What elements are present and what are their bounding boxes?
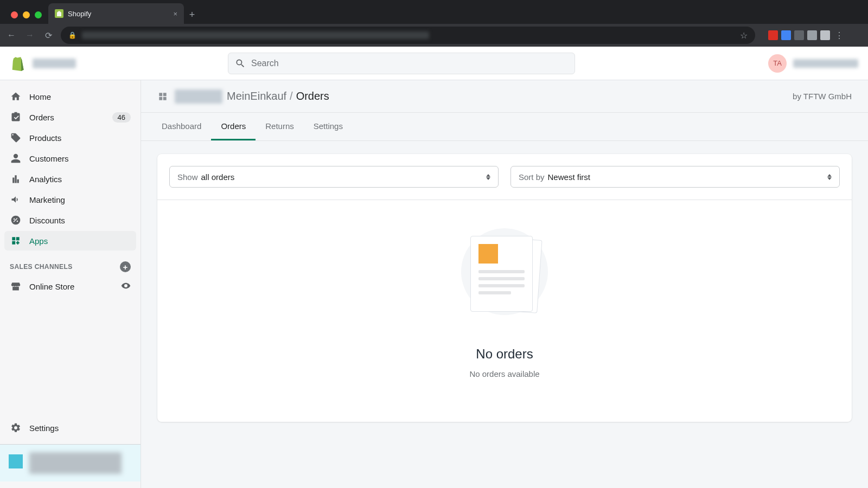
show-filter-select[interactable]: Show all orders xyxy=(169,166,499,188)
sidebar-item-label: Home xyxy=(29,92,51,101)
minimize-window-icon[interactable] xyxy=(23,11,30,18)
sidebar-item-apps[interactable]: Apps xyxy=(4,231,136,251)
products-icon xyxy=(10,132,22,144)
search-input[interactable]: Search xyxy=(228,53,575,74)
extension-icon[interactable] xyxy=(807,30,817,40)
app-byline: by TFTW GmbH xyxy=(793,92,852,101)
app-grid-icon[interactable] xyxy=(157,91,168,102)
extension-icon[interactable] xyxy=(781,30,791,40)
analytics-icon xyxy=(10,173,22,185)
extension-icons: ⋮ xyxy=(768,30,845,41)
tab-returns[interactable]: Returns xyxy=(256,113,304,140)
empty-state: No orders No orders available xyxy=(157,200,852,422)
gear-icon xyxy=(10,422,22,434)
store-icon xyxy=(10,280,22,292)
sidebar-item-label: Discounts xyxy=(29,216,65,225)
lock-icon: 🔒 xyxy=(68,31,76,39)
marketing-icon xyxy=(10,194,22,206)
view-store-icon[interactable] xyxy=(121,281,131,292)
sidebar-item-label: Orders xyxy=(29,113,54,122)
sidebar-item-home[interactable]: Home xyxy=(4,87,136,106)
browser-chrome: Shopify × + ← → ⟳ 🔒 ☆ ⋮ xyxy=(0,0,868,47)
url-text-redacted xyxy=(82,31,429,39)
discounts-icon xyxy=(10,214,22,226)
menu-icon[interactable]: ⋮ xyxy=(833,30,845,41)
main-content: MeinEinkauf / Orders by TFTW GmbH Dashbo… xyxy=(141,80,868,488)
extension-icon[interactable] xyxy=(794,30,804,40)
sidebar: Home Orders 46 Products Customers Analyt… xyxy=(0,80,141,488)
trial-text-redacted xyxy=(29,452,122,474)
sidebar-item-orders[interactable]: Orders 46 xyxy=(4,107,136,127)
url-input[interactable]: 🔒 ☆ xyxy=(61,27,755,44)
customers-icon xyxy=(10,152,22,164)
back-button[interactable]: ← xyxy=(5,30,17,40)
new-tab-button[interactable]: + xyxy=(184,9,200,24)
trial-icon xyxy=(9,454,23,468)
close-tab-icon[interactable]: × xyxy=(173,10,177,18)
sidebar-item-label: Products xyxy=(29,133,61,143)
shopify-logo-icon[interactable] xyxy=(10,55,25,72)
sidebar-item-label: Marketing xyxy=(29,195,65,204)
sidebar-item-label: Online Store xyxy=(29,282,74,291)
breadcrumb-current: Orders xyxy=(296,90,329,102)
sidebar-item-label: Analytics xyxy=(29,175,62,184)
sort-label: Sort by xyxy=(519,172,545,182)
sidebar-item-marketing[interactable]: Marketing xyxy=(4,190,136,209)
profile-icon[interactable] xyxy=(820,30,830,40)
sort-value: Newest first xyxy=(548,172,590,182)
reload-button[interactable]: ⟳ xyxy=(42,30,54,41)
apps-icon xyxy=(10,235,22,247)
breadcrumb-separator: / xyxy=(290,90,293,102)
avatar[interactable]: TA xyxy=(768,54,787,73)
filter-bar: Show all orders Sort by Newest first xyxy=(157,154,852,200)
chevron-updown-icon xyxy=(827,174,832,180)
window-controls xyxy=(7,11,48,24)
close-window-icon[interactable] xyxy=(11,11,18,18)
sidebar-item-analytics[interactable]: Analytics xyxy=(4,169,136,189)
show-label: Show xyxy=(177,172,198,182)
sidebar-item-customers[interactable]: Customers xyxy=(4,149,136,168)
extension-icon[interactable] xyxy=(768,30,778,40)
empty-illustration xyxy=(458,233,551,314)
user-name-redacted xyxy=(793,59,858,68)
forward-button[interactable]: → xyxy=(24,30,36,40)
sidebar-item-products[interactable]: Products xyxy=(4,128,136,147)
browser-tab[interactable]: Shopify × xyxy=(48,3,184,24)
tab-dashboard[interactable]: Dashboard xyxy=(152,113,211,140)
sales-channels-header: SALES CHANNELS + xyxy=(4,252,136,277)
tab-settings[interactable]: Settings xyxy=(304,113,353,140)
trial-banner[interactable] xyxy=(0,444,141,481)
tab-strip: Shopify × + xyxy=(0,0,868,24)
show-value: all orders xyxy=(201,172,235,182)
sidebar-item-label: Apps xyxy=(29,236,48,246)
tabs: Dashboard Orders Returns Settings xyxy=(141,113,868,141)
empty-title: No orders xyxy=(168,346,841,362)
sidebar-item-online-store[interactable]: Online Store xyxy=(4,277,136,296)
home-icon xyxy=(10,91,22,102)
shopify-favicon-icon xyxy=(55,9,63,18)
chevron-updown-icon xyxy=(486,174,490,180)
orders-badge: 46 xyxy=(112,112,131,123)
tab-title: Shopify xyxy=(68,10,91,18)
store-name-redacted xyxy=(33,59,76,68)
maximize-window-icon[interactable] xyxy=(35,11,42,18)
top-bar: Search TA xyxy=(0,47,868,80)
search-placeholder: Search xyxy=(251,59,279,68)
empty-subtitle: No orders available xyxy=(168,369,841,378)
store-name-redacted xyxy=(175,89,222,104)
sidebar-item-label: Settings xyxy=(29,423,59,433)
search-icon xyxy=(235,58,246,69)
sidebar-item-settings[interactable]: Settings xyxy=(4,418,136,438)
sidebar-item-discounts[interactable]: Discounts xyxy=(4,210,136,230)
sidebar-item-label: Customers xyxy=(29,154,69,163)
orders-card: Show all orders Sort by Newest first xyxy=(157,154,852,422)
tab-orders[interactable]: Orders xyxy=(211,113,256,140)
bookmark-icon[interactable]: ☆ xyxy=(740,30,748,41)
add-channel-button[interactable]: + xyxy=(120,261,131,272)
sort-select[interactable]: Sort by Newest first xyxy=(510,166,840,188)
page-titlebar: MeinEinkauf / Orders by TFTW GmbH xyxy=(141,80,868,113)
orders-icon xyxy=(10,111,22,123)
breadcrumb-app[interactable]: MeinEinkauf xyxy=(227,90,286,102)
address-bar: ← → ⟳ 🔒 ☆ ⋮ xyxy=(0,24,868,47)
